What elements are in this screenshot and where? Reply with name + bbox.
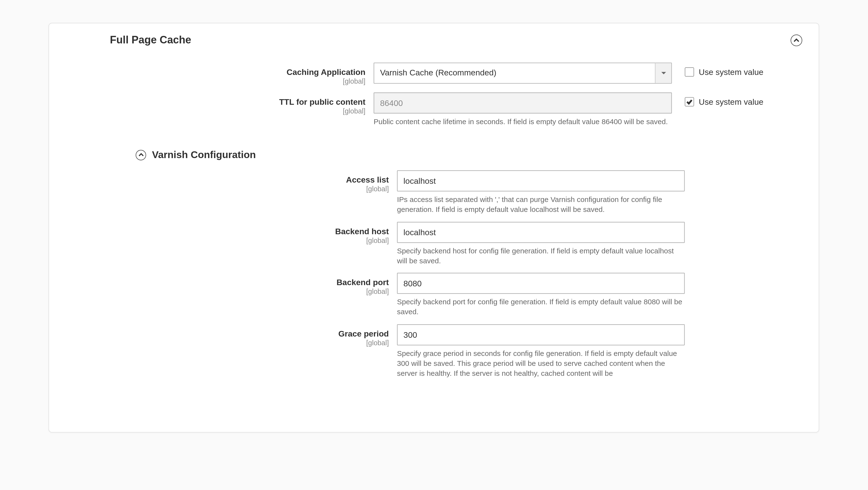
label-backend-port: Backend port bbox=[336, 278, 389, 287]
varnish-subsection-header: Varnish Configuration bbox=[49, 134, 819, 170]
collapse-varnish-button[interactable] bbox=[135, 150, 146, 160]
use-system-label-ttl: Use system value bbox=[699, 97, 764, 107]
chevron-up-icon bbox=[138, 152, 144, 158]
panel-title: Full Page Cache bbox=[110, 34, 191, 46]
panel-header: Full Page Cache bbox=[49, 23, 819, 57]
field-ttl: TTL for public content [global] Public c… bbox=[49, 92, 819, 127]
scope-backend-port: [global] bbox=[49, 288, 389, 296]
field-backend-port: Backend port [global] Specify backend po… bbox=[49, 273, 819, 317]
scope-backend-host: [global] bbox=[49, 236, 389, 244]
collapse-section-button[interactable] bbox=[790, 34, 802, 46]
backend-port-help: Specify backend port for config file gen… bbox=[397, 297, 685, 317]
label-ttl: TTL for public content bbox=[279, 97, 366, 107]
field-grace-period: Grace period [global] Specify grace peri… bbox=[49, 324, 819, 379]
ttl-input bbox=[374, 92, 672, 113]
grace-period-help: Specify grace period in seconds for conf… bbox=[397, 349, 685, 378]
ttl-help: Public content cache lifetime in seconds… bbox=[374, 117, 672, 127]
caret-down-icon bbox=[660, 70, 666, 76]
backend-port-input[interactable] bbox=[397, 273, 685, 294]
varnish-subsection-title: Varnish Configuration bbox=[152, 149, 256, 161]
scope-caching-application: [global] bbox=[49, 77, 366, 86]
caching-application-select[interactable]: Varnish Cache (Recommended) bbox=[374, 62, 672, 84]
field-access-list: Access list [global] IPs access list sep… bbox=[49, 170, 819, 214]
caching-application-value: Varnish Cache (Recommended) bbox=[374, 63, 655, 83]
scope-access-list: [global] bbox=[49, 185, 389, 193]
backend-host-input[interactable] bbox=[397, 222, 685, 243]
select-dropdown-button[interactable] bbox=[655, 63, 671, 83]
fade-overlay bbox=[49, 414, 819, 432]
field-backend-host: Backend host [global] Specify backend ho… bbox=[49, 222, 819, 266]
label-access-list: Access list bbox=[346, 175, 389, 184]
label-caching-application: Caching Application bbox=[286, 67, 366, 77]
access-list-help: IPs access list separated with ',' that … bbox=[397, 195, 685, 214]
scope-grace-period: [global] bbox=[49, 339, 389, 347]
field-caching-application: Caching Application [global] Varnish Cac… bbox=[49, 62, 819, 85]
backend-host-help: Specify backend host for config file gen… bbox=[397, 246, 685, 266]
scope-ttl: [global] bbox=[49, 107, 366, 115]
grace-period-input[interactable] bbox=[397, 324, 685, 346]
label-grace-period: Grace period bbox=[338, 329, 389, 339]
use-system-label: Use system value bbox=[699, 67, 764, 77]
full-page-cache-panel: Full Page Cache Caching Application [glo… bbox=[49, 23, 819, 433]
access-list-input[interactable] bbox=[397, 170, 685, 191]
chevron-up-icon bbox=[794, 37, 799, 43]
label-backend-host: Backend host bbox=[335, 226, 389, 236]
use-system-caching-application[interactable] bbox=[685, 67, 694, 77]
use-system-ttl[interactable] bbox=[685, 97, 694, 107]
